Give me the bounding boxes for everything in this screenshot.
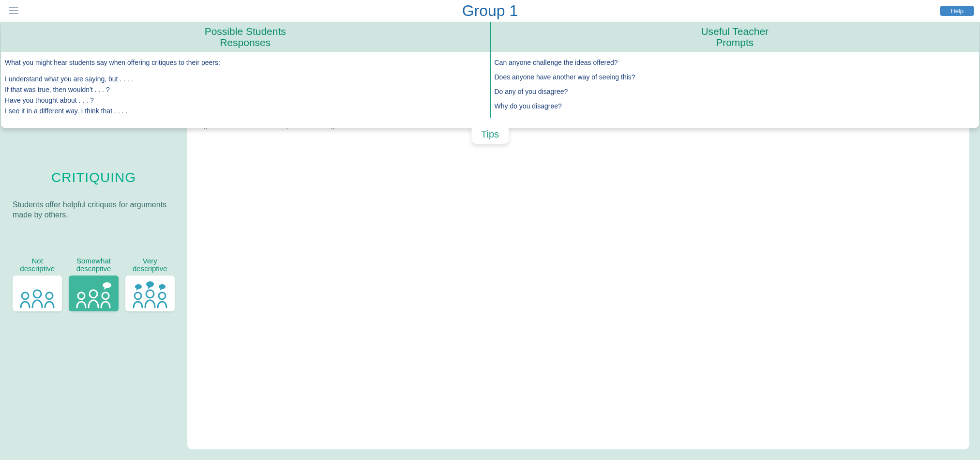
tips-body-left: What you might hear students say when of… (1, 52, 490, 118)
svg-point-10 (135, 284, 142, 289)
svg-point-1 (33, 290, 41, 298)
teacher-prompt-line: Why do you disagree? (495, 102, 976, 110)
svg-point-3 (78, 292, 85, 299)
people-icon (17, 285, 58, 308)
svg-point-5 (102, 292, 109, 299)
option-label: Notdescriptive (13, 255, 62, 273)
student-response-line: If that was true, then wouldn't . . . ? (5, 86, 486, 93)
people-speech-icon (73, 280, 114, 308)
svg-point-7 (135, 292, 141, 299)
menu-icon[interactable] (9, 6, 18, 15)
student-response-line: I see it in a different way. I think tha… (5, 107, 486, 115)
option-somewhat-descriptive: Somewhatdescriptive (69, 255, 118, 311)
svg-point-9 (159, 292, 166, 299)
option-card-not-descriptive[interactable] (13, 276, 62, 311)
tips-header: Possible StudentsResponses Useful Teache… (1, 22, 979, 52)
svg-point-8 (146, 290, 154, 298)
svg-point-6 (103, 282, 111, 288)
tips-tab-button[interactable]: Tips (471, 126, 509, 144)
student-response-line: I understand what you are saying, but . … (5, 75, 486, 83)
people-speech-multi-icon (130, 280, 170, 308)
option-card-somewhat-descriptive[interactable] (69, 276, 118, 311)
svg-point-0 (22, 292, 29, 299)
tips-header-left: Possible StudentsResponses (1, 22, 490, 52)
option-label: Verydescriptive (125, 255, 175, 273)
option-not-descriptive: Notdescriptive (13, 255, 62, 311)
student-response-line: Have you thought about . . . ? (5, 96, 486, 104)
tips-panel: Possible StudentsResponses Useful Teache… (1, 22, 979, 128)
page-title: Group 1 (462, 2, 518, 20)
student-responses-intro: What you might hear students say when of… (5, 59, 486, 66)
svg-point-4 (90, 290, 97, 298)
help-button[interactable]: Help (940, 6, 974, 16)
teacher-prompt-line: Does anyone have another way of seeing t… (495, 73, 976, 81)
tips-body-right: Can anyone challenge the ideas offered? … (491, 52, 980, 118)
critiquing-description: Students offer helpful critiques for arg… (13, 200, 175, 220)
svg-point-12 (159, 284, 166, 289)
option-card-very-descriptive[interactable] (125, 276, 175, 311)
option-very-descriptive: Verydescriptive (125, 255, 175, 311)
rating-options: Notdescriptive Somewhatdescriptive (13, 255, 175, 311)
option-label: Somewhatdescriptive (69, 255, 118, 273)
svg-point-2 (46, 292, 53, 299)
svg-point-11 (146, 281, 154, 287)
teacher-prompt-line: Can anyone challenge the ideas offered? (495, 59, 976, 66)
critiquing-title: CRITIQUING (13, 170, 175, 185)
teacher-prompt-line: Do any of you disagree? (495, 88, 976, 95)
tips-body: What you might hear students say when of… (1, 52, 979, 128)
top-bar: Group 1 Help (0, 0, 980, 22)
tips-header-right: Useful TeacherPrompts (491, 22, 980, 52)
